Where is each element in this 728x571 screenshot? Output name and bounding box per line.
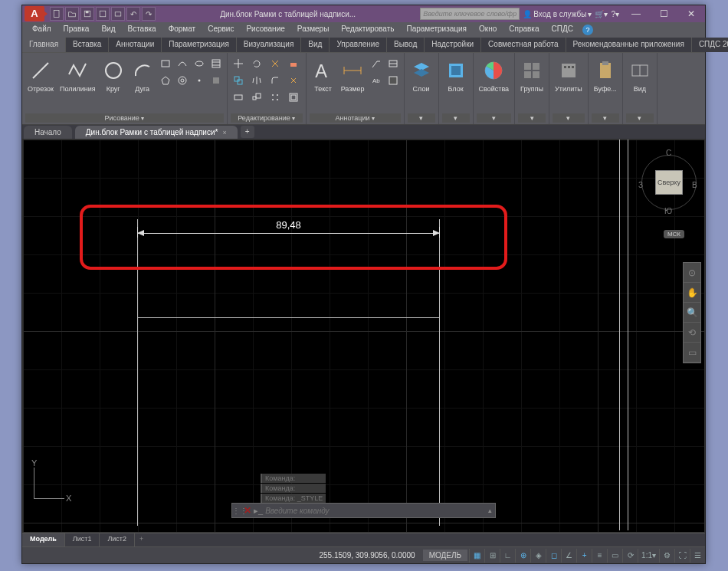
menu-help[interactable]: Справка [503, 22, 545, 38]
status-lwt-icon[interactable]: ≡ [592, 549, 607, 563]
fillet-icon[interactable] [267, 73, 283, 88]
viewcube-east[interactable]: В [692, 181, 697, 189]
status-snap-icon[interactable]: ⊞ [484, 549, 500, 563]
nav-wheel-icon[interactable]: ⊙ [684, 263, 700, 283]
tab-collab[interactable]: Совместная работа [481, 38, 566, 52]
menu-draw[interactable]: Рисование [240, 22, 290, 38]
qat-new-icon[interactable] [50, 7, 64, 21]
menu-view[interactable]: Вид [95, 22, 121, 38]
status-scale[interactable]: 1:1 ▾ [638, 549, 659, 563]
layout-tab-sheet1[interactable]: Лист1 [65, 533, 100, 546]
qat-save-icon[interactable] [80, 7, 94, 21]
tab-output[interactable]: Вывод [387, 38, 425, 52]
panel-clip-title[interactable]: ▾ [592, 113, 619, 123]
tab-manage[interactable]: Управление [330, 38, 387, 52]
layout-tab-model[interactable]: Модель [22, 533, 65, 546]
signin-link[interactable]: 👤 Вход в службы ▾ [523, 10, 592, 18]
menu-dim[interactable]: Размеры [291, 22, 336, 38]
coord-system-badge[interactable]: МСК [664, 230, 684, 238]
menu-insert[interactable]: Вставка [121, 22, 162, 38]
block-button[interactable]: Блок [442, 56, 470, 94]
mirror-icon[interactable] [249, 73, 264, 88]
stretch-icon[interactable] [231, 90, 246, 105]
explode-icon[interactable] [286, 73, 301, 88]
text-button[interactable]: AТекст [310, 56, 337, 94]
help-icon[interactable]: ?▾ [611, 10, 619, 18]
tab-visualize[interactable]: Визуализация [237, 38, 301, 52]
maximize-button[interactable]: ☐ [650, 6, 677, 21]
erase-icon[interactable] [286, 56, 301, 71]
command-input[interactable] [265, 507, 485, 515]
search-input[interactable] [420, 8, 520, 20]
panel-annot-title[interactable]: Аннотации [310, 113, 401, 123]
tab-view[interactable]: Вид [301, 38, 330, 52]
nav-zoom-icon[interactable]: 🔍 [684, 303, 700, 323]
region-icon[interactable] [208, 73, 224, 88]
panel-groups-title[interactable]: ▾ [518, 113, 546, 123]
properties-button[interactable]: Свойства [477, 56, 512, 94]
array-icon[interactable] [267, 90, 283, 105]
status-iso-icon[interactable]: ◈ [530, 549, 546, 563]
leader-icon[interactable] [369, 56, 384, 71]
arc-button[interactable]: Дуга [129, 56, 156, 94]
status-max-icon[interactable]: ⛶ [674, 549, 690, 563]
status-osnap-icon[interactable]: ◻ [546, 549, 561, 563]
panel-layers-title[interactable]: ▾ [408, 113, 435, 123]
menu-modify[interactable]: Редактировать [335, 22, 400, 38]
tab-featured[interactable]: Рекомендованные приложения [566, 38, 692, 52]
rect-icon[interactable] [158, 56, 173, 71]
circle-button[interactable]: Круг [100, 56, 127, 94]
doc-tab-close-icon[interactable]: × [222, 129, 226, 136]
viewcube-west[interactable]: З [638, 181, 643, 189]
menu-window[interactable]: Окно [473, 22, 503, 38]
cmd-cancel-icon[interactable]: ✕ [244, 505, 251, 516]
qat-open-icon[interactable] [65, 7, 79, 21]
help-bubble-icon[interactable]: ? [582, 25, 593, 35]
copy-icon[interactable] [231, 73, 246, 88]
qat-redo-icon[interactable]: ↷ [142, 7, 156, 21]
wipe-icon[interactable] [385, 73, 401, 88]
nav-orbit-icon[interactable]: ⟲ [684, 323, 700, 343]
ellipse-icon[interactable] [192, 56, 207, 71]
qat-undo-icon[interactable]: ↶ [126, 7, 140, 21]
spline-icon[interactable] [175, 56, 190, 71]
panel-view-title[interactable]: ▾ [626, 113, 654, 123]
qat-saveas-icon[interactable] [96, 7, 110, 21]
tab-insert[interactable]: Вставка [66, 38, 109, 52]
layout-tab-sheet2[interactable]: Лист2 [100, 533, 135, 546]
point-icon[interactable] [192, 73, 207, 88]
utilities-button[interactable]: Утилиты [553, 56, 585, 94]
move-icon[interactable] [231, 56, 246, 71]
status-polar-icon[interactable]: ⊕ [515, 549, 530, 563]
command-line[interactable]: ⋮⋮ ✕ ▸_ ▴ [231, 503, 496, 518]
panel-props-title[interactable]: ▾ [477, 113, 512, 123]
doc-tab-add[interactable]: + [241, 126, 254, 138]
minimize-button[interactable]: — [622, 6, 650, 21]
drawing-canvas[interactable]: 89,48 X Y Сверху С Ю В З МСК [22, 139, 705, 533]
panel-modify-title[interactable]: Редактирование [231, 113, 303, 123]
menu-file[interactable]: Файл [26, 22, 57, 38]
viewcube[interactable]: Сверху С Ю В З МСК [638, 149, 700, 225]
panel-util-title[interactable]: ▾ [553, 113, 585, 123]
app-icon[interactable]: A [25, 6, 44, 21]
cmd-recent-icon[interactable]: ▴ [488, 507, 492, 514]
status-grid-icon[interactable]: ▦ [469, 549, 484, 563]
polygon-icon[interactable] [158, 73, 173, 88]
viewcube-north[interactable]: С [666, 149, 671, 157]
exchange-icon[interactable]: 🛒▾ [595, 10, 608, 18]
menu-spds[interactable]: СПДС [546, 22, 579, 38]
viewcube-face[interactable]: Сверху [655, 170, 683, 195]
close-button[interactable]: ✕ [677, 6, 705, 21]
tab-addins[interactable]: Надстройки [425, 38, 481, 52]
layout-tab-add[interactable]: + [135, 533, 148, 546]
mtext-icon[interactable]: Ab [369, 73, 384, 88]
scale-icon[interactable] [249, 90, 264, 105]
status-gear-icon[interactable]: ⚙ [659, 549, 674, 563]
status-model-button[interactable]: МОДЕЛЬ [423, 550, 467, 561]
layers-button[interactable]: Слои [408, 56, 435, 94]
hatch-icon[interactable] [208, 56, 224, 71]
nav-show-icon[interactable]: ▭ [684, 343, 700, 363]
viewcube-south[interactable]: Ю [664, 207, 672, 215]
cmd-handle-icon[interactable]: ⋮⋮ [232, 507, 241, 515]
status-dyn-icon[interactable]: + [576, 549, 592, 563]
